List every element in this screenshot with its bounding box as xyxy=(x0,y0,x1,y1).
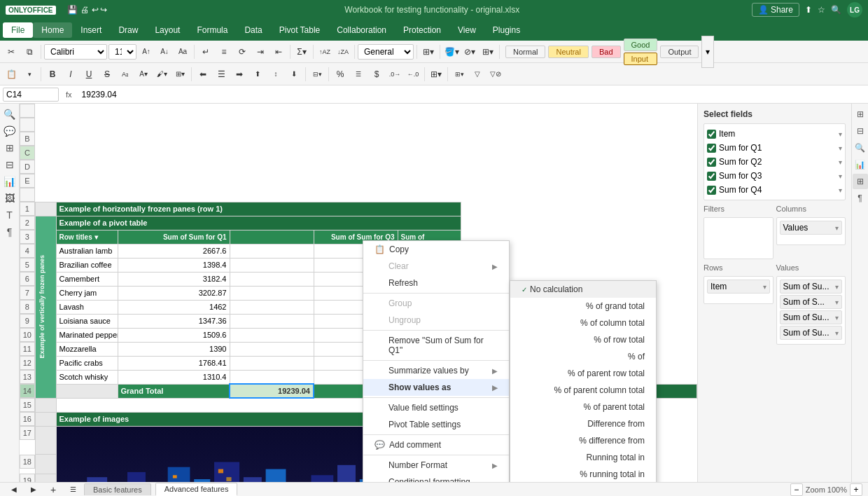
sub-pct-parent[interactable]: % of parent total xyxy=(510,399,656,415)
row-13-d[interactable] xyxy=(230,370,314,384)
right-sidebar-icon-2[interactable]: ⊟ xyxy=(853,123,868,139)
field-arrow-q4[interactable]: ▾ xyxy=(839,186,842,194)
style-normal[interactable]: Normal xyxy=(505,46,545,58)
row-10-c[interactable]: 1509.6 xyxy=(118,328,230,342)
rows-item-arrow[interactable]: ▾ xyxy=(763,283,766,291)
row-11-b[interactable]: Mozzarella xyxy=(56,342,118,356)
field-arrow-item[interactable]: ▾ xyxy=(839,130,842,138)
named-ranges-btn[interactable]: ⊞▾ xyxy=(451,66,468,83)
right-sidebar-icon-1[interactable]: ⊞ xyxy=(853,106,868,122)
star-icon[interactable]: ☆ xyxy=(818,5,825,15)
menu-pivottable[interactable]: Pivot Table xyxy=(271,22,328,38)
row-5-b[interactable]: Brazilian coffee xyxy=(56,258,118,272)
print-icon[interactable]: 🖨 xyxy=(80,5,89,15)
field-checkbox-q1[interactable] xyxy=(707,144,716,153)
copy-button[interactable]: ⧉ xyxy=(21,43,38,60)
row-6-d[interactable] xyxy=(230,272,314,286)
font-color-btn[interactable]: A▾ xyxy=(135,66,152,83)
col-header-A[interactable] xyxy=(20,118,35,132)
underline-btn[interactable]: U xyxy=(80,66,97,83)
row-12-c[interactable]: 1768.41 xyxy=(118,356,230,370)
share-button[interactable]: 👤 Share xyxy=(752,3,799,17)
indent-btn[interactable]: ⇥ xyxy=(252,43,269,60)
row-4-d[interactable] xyxy=(230,244,314,258)
menu-draw[interactable]: Draw xyxy=(110,22,146,38)
bold-btn[interactable]: B xyxy=(44,66,61,83)
sub-pct-diff[interactable]: % difference from xyxy=(510,432,656,449)
sub-pct-parent-col[interactable]: % of parent column total xyxy=(510,382,656,399)
menu-collaboration[interactable]: Collaboration xyxy=(328,22,395,38)
filter-btn[interactable]: ▽ xyxy=(469,66,486,83)
cm-number-format[interactable]: Number Format ▶ xyxy=(363,457,509,474)
menu-data[interactable]: Data xyxy=(236,22,270,38)
row-1-a[interactable] xyxy=(35,202,56,216)
align-btn[interactable]: ≡ xyxy=(216,43,232,60)
row-8-c[interactable]: 1462 xyxy=(118,300,230,314)
cm-summarize[interactable]: Summarize values by ▶ xyxy=(363,362,509,379)
field-checkbox-q2[interactable] xyxy=(707,158,716,167)
sheet-tab-basic[interactable]: Basic features xyxy=(84,483,151,495)
row-10-b[interactable]: Marinated pepper xyxy=(56,328,118,342)
right-sidebar-icon-4[interactable]: 📊 xyxy=(853,157,868,172)
row-7-c[interactable]: 3202.87 xyxy=(118,286,230,300)
left-paragraph-icon[interactable]: ¶ xyxy=(2,224,18,240)
sub-pct-row[interactable]: % of row total xyxy=(510,331,656,348)
fill-color-btn[interactable]: 🖌▾ xyxy=(153,66,170,83)
undo-icon[interactable]: ↩ xyxy=(92,5,99,15)
paste-btn[interactable]: 📋 xyxy=(3,66,20,83)
save-cloud-icon[interactable]: ⬆ xyxy=(805,5,812,15)
sub-pct-of[interactable]: % of xyxy=(510,348,656,365)
align-top-btn[interactable]: ⬆ xyxy=(249,66,266,83)
prev-sheet-btn[interactable]: ◀ xyxy=(6,481,22,497)
filter2-btn[interactable]: ▽⊘ xyxy=(487,66,504,83)
left-search-icon[interactable]: 🔍 xyxy=(2,106,18,122)
sub-pct-parent-row[interactable]: % of parent row total xyxy=(510,365,656,382)
cm-remove-field[interactable]: Remove "Sum of Sum for Q1" xyxy=(363,332,509,359)
sub-running-total[interactable]: Running total in xyxy=(510,449,656,466)
row-4-c[interactable]: 2667.6 xyxy=(118,244,230,258)
row-11-d[interactable] xyxy=(230,342,314,356)
percent-btn[interactable]: % xyxy=(332,66,349,83)
subscript-btn[interactable]: A₂ xyxy=(117,66,134,83)
values-item-4-arrow[interactable]: ▾ xyxy=(835,329,839,337)
number-format-select[interactable]: General xyxy=(358,44,414,60)
field-checkbox-q3[interactable] xyxy=(707,172,716,181)
fill-btn[interactable]: 🪣▾ xyxy=(443,43,460,60)
decrease-font-btn[interactable]: A↓ xyxy=(156,43,173,60)
cm-group[interactable]: Group xyxy=(363,295,509,312)
field-arrow-q2[interactable]: ▾ xyxy=(839,158,842,166)
increase-font-btn[interactable]: A↑ xyxy=(138,43,155,60)
fx-button[interactable]: fx xyxy=(62,90,76,99)
col-header-E[interactable]: E xyxy=(20,174,35,188)
align-left-btn[interactable]: ⬅ xyxy=(195,66,211,83)
zoom-out-btn[interactable]: − xyxy=(790,483,803,496)
cm-clear[interactable]: Clear ▶ xyxy=(363,258,509,275)
row-9-d[interactable] xyxy=(230,314,314,328)
menu-file[interactable]: File xyxy=(3,22,33,38)
menu-insert[interactable]: Insert xyxy=(72,22,110,38)
row-13-b[interactable]: Scotch whisky xyxy=(56,370,118,384)
row-9-c[interactable]: 1347.36 xyxy=(118,314,230,328)
sub-pct-grand[interactable]: % of grand total xyxy=(510,298,656,315)
cell-reference-input[interactable] xyxy=(3,88,59,102)
increase-decimal-btn[interactable]: .0→ xyxy=(386,66,403,83)
row-12-b[interactable]: Pacific crabs xyxy=(56,356,118,370)
row-10-d[interactable] xyxy=(230,328,314,342)
cm-pivot-settings[interactable]: Pivot Table settings xyxy=(363,416,509,433)
comma-btn[interactable]: ☰ xyxy=(350,66,367,83)
style-good[interactable]: Good xyxy=(624,39,658,51)
right-sidebar-icon-5[interactable]: ⊞ xyxy=(853,174,868,189)
next-sheet-btn[interactable]: ▶ xyxy=(25,481,42,497)
row-8-b[interactable]: Lavash xyxy=(56,300,118,314)
col-header-D[interactable]: D xyxy=(20,160,35,174)
columns-values-arrow[interactable]: ▾ xyxy=(835,224,839,232)
col-header-C[interactable]: C xyxy=(20,146,35,160)
menu-home[interactable]: Home xyxy=(33,22,72,38)
row-12-d[interactable] xyxy=(230,356,314,370)
style-input[interactable]: Input xyxy=(624,53,658,65)
sort-desc-btn[interactable]: ↓ZA xyxy=(335,43,351,60)
row-6-b[interactable]: Camembert xyxy=(56,272,118,286)
sub-pct-running[interactable]: % running total in xyxy=(510,466,656,482)
menu-layout[interactable]: Layout xyxy=(146,22,188,38)
values-item-2-arrow[interactable]: ▾ xyxy=(835,298,839,306)
